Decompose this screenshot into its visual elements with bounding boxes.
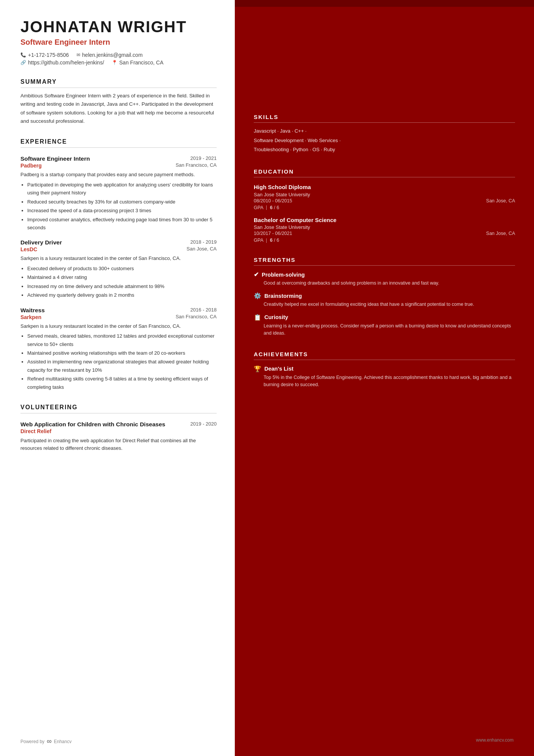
email-item: ✉ helen.jenkins@gmail.com xyxy=(77,52,143,58)
bullet-item: Increased the speed of a data-processing… xyxy=(27,207,217,214)
bullet-item: Improved costumer analytics, effectively… xyxy=(27,216,217,232)
gear-icon: ⚙️ xyxy=(254,292,261,299)
bullet-item: Executed delivery of products to 300+ cu… xyxy=(27,265,217,272)
brand-logo: ∞ xyxy=(47,737,52,745)
right-column: SKILLS Javascript · Java · C++ · Softwar… xyxy=(235,0,534,756)
location-text: San Francisco, CA xyxy=(119,59,164,66)
strength-desc-2: Creativity helped me excel in formulatin… xyxy=(254,301,515,308)
exp-desc-2: Sarkpen is a luxury restaurant located i… xyxy=(20,255,217,262)
edu-dates-1: 08/2010 - 06/2015 xyxy=(254,198,292,203)
strength-desc-3: Learning is a never-ending process. Cons… xyxy=(254,322,515,337)
phone-item: 📞 +1-172-175-8506 xyxy=(20,52,69,58)
skills-text: Javascript · Java · C++ · Software Devel… xyxy=(254,127,515,155)
contact-info: 📞 +1-172-175-8506 ✉ helen.jenkins@gmail.… xyxy=(20,52,217,66)
bullet-item: Assisted in implementing new organizatio… xyxy=(27,358,217,374)
edu-item-2: Bachelor of Computer Science San Jose St… xyxy=(254,216,515,243)
gpa-divider-2 xyxy=(266,238,267,243)
exp-bullets-2: Executed delivery of products to 300+ cu… xyxy=(20,265,217,299)
location-item: 📍 San Francisco, CA xyxy=(112,59,164,66)
gpa-max-1: 6 xyxy=(276,205,279,210)
exp-location-3: San Francisco, CA xyxy=(176,314,217,320)
exp-title-1: Software Engineer Intern xyxy=(20,155,90,162)
github-item: 🔗 https://github.com/helen-jenkins/ xyxy=(20,59,104,66)
edu-degree-1: High School Diploma xyxy=(254,183,515,191)
exp-header-3: Waitress 2016 - 2018 xyxy=(20,307,217,314)
candidate-name: JOHNATAN WRIGHT xyxy=(20,18,217,36)
footer-brand: Powered by ∞ Enhancv xyxy=(20,737,72,745)
summary-section-title: SUMMARY xyxy=(20,78,217,88)
phone-number: +1-172-175-8506 xyxy=(28,52,69,58)
bullet-item: Served meals, cleared tables, monitored … xyxy=(27,332,217,348)
resume: JOHNATAN WRIGHT Software Engineer Intern… xyxy=(0,0,534,756)
education-section-title: EDUCATION xyxy=(254,168,515,177)
exp-company-3: Sarkpen xyxy=(20,314,41,320)
email-icon: ✉ xyxy=(77,52,80,58)
github-url: https://github.com/helen-jenkins/ xyxy=(28,59,104,66)
edu-location-1: San Jose, CA xyxy=(486,198,515,203)
achievements-section-title: ACHIEVEMENTS xyxy=(254,351,515,360)
link-icon: 🔗 xyxy=(20,60,26,65)
strength-item-2: ⚙️ Brainstorming Creativity helped me ex… xyxy=(254,292,515,308)
bullet-item: Achieved my quarterly delivery goals in … xyxy=(27,291,217,299)
bullet-item: Maintained positive working relationship… xyxy=(27,349,217,357)
exp-desc-3: Sarkpen is a luxury restaurant located i… xyxy=(20,322,217,330)
candidate-title: Software Engineer Intern xyxy=(20,38,217,47)
skills-line-3: Troubleshooting · Python · OS · Ruby xyxy=(254,147,335,152)
edu-row-1: 08/2010 - 06/2015 San Jose, CA xyxy=(254,198,515,203)
edu-school-1: San Jose State University xyxy=(254,192,515,197)
skills-section-title: SKILLS xyxy=(254,114,515,123)
achievement-desc-1: Top 5% in the College of Software Engine… xyxy=(254,374,515,389)
bullet-item: Increased my on time delivery and schedu… xyxy=(27,282,217,290)
exp-company-1: Padberg xyxy=(20,163,42,169)
exp-subheader-2: LesDC San Jose, CA xyxy=(20,246,217,252)
contact-row-1: 📞 +1-172-175-8506 ✉ helen.jenkins@gmail.… xyxy=(20,52,217,58)
edu-school-2: San Jose State University xyxy=(254,224,515,230)
trophy-icon: 🏆 xyxy=(254,365,261,373)
gpa-max-2: 6 xyxy=(276,238,279,243)
gpa-divider xyxy=(266,205,267,210)
edu-location-2: San Jose, CA xyxy=(486,231,515,236)
strength-header-3: 📋 Curiosity xyxy=(254,314,515,321)
exp-item-2: Delivery Driver 2018 - 2019 LesDC San Jo… xyxy=(20,239,217,299)
edu-gpa-2: GPA 6 / 6 xyxy=(254,238,515,243)
edu-gpa-1: GPA 6 / 6 xyxy=(254,205,515,210)
exp-date-3: 2016 - 2018 xyxy=(190,307,217,313)
vol-header-1: Web Application for Children with Chroni… xyxy=(20,421,217,428)
skills-line-1: Javascript · Java · C++ · xyxy=(254,128,306,134)
exp-desc-1: Padberg is a startup company that provid… xyxy=(20,171,217,178)
contact-row-2: 🔗 https://github.com/helen-jenkins/ 📍 Sa… xyxy=(20,59,217,66)
achievement-header-1: 🏆 Dean's List xyxy=(254,365,515,373)
bullet-item: Maintained a 4 driver rating xyxy=(27,273,217,281)
bullet-item: Refined multitasking skills covering 5-8… xyxy=(27,375,217,391)
bullet-item: Reduced security breaches by 33% for all… xyxy=(27,198,217,206)
phone-icon: 📞 xyxy=(20,52,26,58)
exp-location-2: San Jose, CA xyxy=(187,246,217,252)
footer: Powered by ∞ Enhancv www.enhancv.com xyxy=(0,737,534,745)
checkmark-icon: ✔ xyxy=(254,271,259,278)
gpa-value-1: 6 xyxy=(270,205,273,210)
strength-header-2: ⚙️ Brainstorming xyxy=(254,292,515,299)
exp-date-2: 2018 - 2019 xyxy=(190,239,217,245)
summary-text: Ambitious Software Engineer Intern with … xyxy=(20,92,217,125)
location-icon: 📍 xyxy=(112,60,117,65)
exp-date-1: 2019 - 2021 xyxy=(190,155,217,161)
edu-row-2: 10/2017 - 06/2021 San Jose, CA xyxy=(254,231,515,236)
gpa-value-2: 6 xyxy=(270,238,273,243)
exp-location-1: San Francisco, CA xyxy=(176,162,217,169)
exp-bullets-1: Participated in developing the web appli… xyxy=(20,181,217,232)
vol-desc-1: Participated in creating the web applica… xyxy=(20,437,217,452)
achievement-name-1: Dean's List xyxy=(264,366,294,372)
strength-name-3: Curiosity xyxy=(264,314,288,320)
strength-desc-1: Good at overcoming drawbacks and solving… xyxy=(254,280,515,287)
exp-subheader-1: Padberg San Francisco, CA xyxy=(20,162,217,169)
strength-item-1: ✔ Problem-solving Good at overcoming dra… xyxy=(254,271,515,287)
bullet-item: Participated in developing the web appli… xyxy=(27,181,217,197)
strength-name-2: Brainstorming xyxy=(264,293,302,299)
exp-subheader-3: Sarkpen San Francisco, CA xyxy=(20,314,217,320)
vol-item-1: Web Application for Children with Chroni… xyxy=(20,421,217,452)
experience-section-title: EXPERIENCE xyxy=(20,138,217,148)
strength-name-1: Problem-solving xyxy=(262,272,305,278)
brand-name: Enhancv xyxy=(54,739,72,744)
left-column: JOHNATAN WRIGHT Software Engineer Intern… xyxy=(0,0,235,756)
strength-header-1: ✔ Problem-solving xyxy=(254,271,515,278)
